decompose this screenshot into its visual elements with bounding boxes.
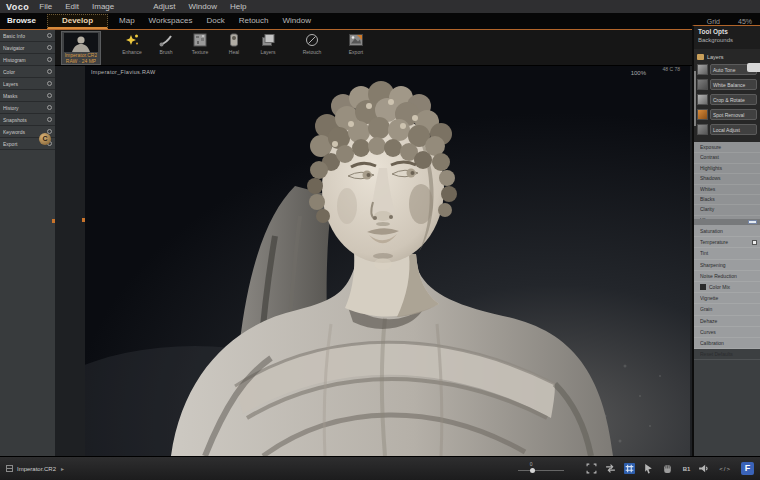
panel-toggle-icon[interactable] — [47, 93, 52, 98]
tab-develop-active[interactable]: Develop — [47, 14, 108, 29]
status-bar-right: 0 B1 — [518, 462, 754, 475]
panel-toggle-icon[interactable] — [47, 105, 52, 110]
panel-scrollbar[interactable] — [694, 71, 696, 126]
adjustment-item[interactable]: Contrast — [694, 153, 760, 163]
filmstrip-thumbnail[interactable]: Imperator.CR2 RAW · 24 MP — [61, 31, 101, 65]
panel-toggle-icon[interactable] — [47, 69, 52, 74]
tab-browse[interactable]: Browse — [0, 14, 43, 28]
flip-compare-icon[interactable] — [605, 463, 616, 474]
adjustment-item[interactable]: Color Mix — [694, 282, 760, 293]
divider-chip-button[interactable] — [748, 220, 757, 224]
fit-screen-icon[interactable] — [586, 463, 597, 474]
layers-tool-button[interactable]: Layers — [251, 33, 285, 55]
sidebar-item-snapshots[interactable]: Snapshots — [0, 114, 55, 126]
brush-tool-button[interactable]: Brush — [149, 33, 183, 55]
adjustment-item[interactable]: Whites — [694, 185, 760, 195]
speaker-icon[interactable] — [698, 463, 709, 474]
adjustment-item[interactable]: Blacks — [694, 195, 760, 205]
texture-icon — [193, 33, 207, 47]
tab-map[interactable]: Map — [112, 14, 142, 28]
zoom-slider[interactable]: 0 — [518, 464, 564, 474]
adjustment-item[interactable]: Vignette — [694, 293, 760, 304]
grid-view-icon-active[interactable] — [624, 463, 635, 474]
tool-thumb-icon — [697, 64, 708, 75]
heal-tool-button[interactable]: Heal — [217, 33, 251, 55]
pointer-icon[interactable] — [643, 463, 654, 474]
enhance-tool-button[interactable]: Enhance — [115, 33, 149, 55]
app-share-badge[interactable]: F — [741, 462, 754, 475]
pan-hand-icon[interactable] — [662, 463, 673, 474]
adjustment-item[interactable]: Saturation — [694, 226, 760, 237]
panel-toggle-icon[interactable] — [47, 45, 52, 50]
zoom-percentage[interactable]: 45% — [738, 18, 752, 25]
tab-dock[interactable]: Dock — [199, 14, 231, 28]
sidebar-item-navigator[interactable]: Navigator — [0, 42, 55, 54]
filename-caret-icon[interactable]: ▸ — [61, 465, 64, 472]
texture-tool-button[interactable]: Texture — [183, 33, 217, 55]
panel-toggle-icon[interactable] — [47, 117, 52, 122]
adjustment-item[interactable]: Reset Defaults — [694, 349, 760, 360]
panel-flyout-tab[interactable] — [747, 63, 760, 72]
right-panel: Tool Opts Backgrounds Layers Auto Tone W… — [692, 25, 760, 456]
sidebar-item-basic-info[interactable]: Basic Info — [0, 30, 55, 42]
menu-edit[interactable]: Edit — [65, 2, 79, 11]
statue-image[interactable] — [85, 66, 690, 456]
tab-workspaces[interactable]: Workspaces — [142, 14, 200, 28]
sidebar-item-histogram[interactable]: Histogram — [0, 54, 55, 66]
adjustment-item[interactable]: Temperature — [694, 237, 760, 248]
retouch-tool-button[interactable]: Retouch — [295, 33, 329, 55]
image-info-overlay: 48 C 78 — [662, 66, 680, 72]
bit-depth-indicator[interactable]: B1 — [683, 466, 691, 472]
adjustment-item[interactable]: Grain — [694, 304, 760, 315]
color-swatch-icon — [700, 284, 706, 290]
adjustment-item[interactable]: Shadows — [694, 174, 760, 184]
tools-section-row[interactable]: Layers — [697, 51, 757, 62]
menu-file[interactable]: File — [39, 2, 52, 11]
adjustment-item[interactable]: Curves — [694, 327, 760, 338]
export-tool-button[interactable]: Export — [339, 33, 373, 55]
sidebar-item-layers[interactable]: Layers — [0, 78, 55, 90]
thumbnail-image — [64, 33, 98, 52]
menu-window[interactable]: Window — [189, 2, 217, 11]
right-panel-header: Tool Opts Backgrounds — [694, 26, 760, 49]
thumbnail-caption-2: RAW · 24 MP — [66, 58, 96, 64]
sidebar-item-color[interactable]: Color — [0, 66, 55, 78]
adjustment-item[interactable]: Noise Reduction — [694, 271, 760, 282]
tool-row-crop-rotate[interactable]: Crop & Rotate — [697, 92, 757, 107]
left-panel: Basic Info Navigator Histogram Color Lay… — [0, 29, 55, 456]
tool-row-local-adjust[interactable]: Local Adjust — [697, 122, 757, 137]
menu-help[interactable]: Help — [230, 2, 246, 11]
grid-view-toggle[interactable]: Grid — [707, 18, 720, 25]
sidebar-item-masks[interactable]: Masks — [0, 90, 55, 102]
adjustment-item[interactable]: Tint — [694, 248, 760, 259]
brush-icon — [159, 33, 173, 47]
menu-image[interactable]: Image — [92, 2, 114, 11]
menu-bar: Voco File Edit Image Adjust Window Help — [0, 0, 760, 13]
code-view-button[interactable]: </> — [719, 466, 731, 472]
tab-window[interactable]: Window — [276, 14, 318, 28]
sparkle-icon — [125, 33, 139, 47]
sync-badge-icon[interactable]: C — [39, 133, 51, 145]
adjustment-item[interactable]: Highlights — [694, 164, 760, 174]
panel-toggle-icon[interactable] — [47, 81, 52, 86]
tool-thumb-icon — [697, 79, 708, 90]
photo-export-icon — [349, 33, 363, 47]
right-panel-subtitle: Backgrounds — [698, 37, 756, 43]
menu-adjust[interactable]: Adjust — [153, 2, 175, 11]
tool-row-white-balance[interactable]: White Balance — [697, 77, 757, 92]
adjustment-item[interactable]: Dehaze — [694, 316, 760, 327]
adjustment-item[interactable]: Exposure — [694, 143, 760, 153]
adjustment-item[interactable]: Sharpening — [694, 260, 760, 271]
checkbox-icon[interactable] — [752, 240, 757, 245]
adjustment-item[interactable]: Clarity — [694, 205, 760, 215]
panel-toggle-icon[interactable] — [47, 57, 52, 62]
adjustment-item[interactable]: Calibration — [694, 338, 760, 349]
zoom-slider-track[interactable] — [518, 470, 564, 471]
zoom-slider-knob[interactable] — [530, 468, 535, 473]
sidebar-item-history[interactable]: History — [0, 102, 55, 114]
thumbnail-grid-icon[interactable] — [6, 465, 13, 472]
tool-row-spot-removal[interactable]: Spot Removal — [697, 107, 757, 122]
zoom-slider-value: 0 — [530, 461, 533, 467]
panel-toggle-icon[interactable] — [47, 33, 52, 38]
tab-retouch[interactable]: Retouch — [232, 14, 276, 28]
